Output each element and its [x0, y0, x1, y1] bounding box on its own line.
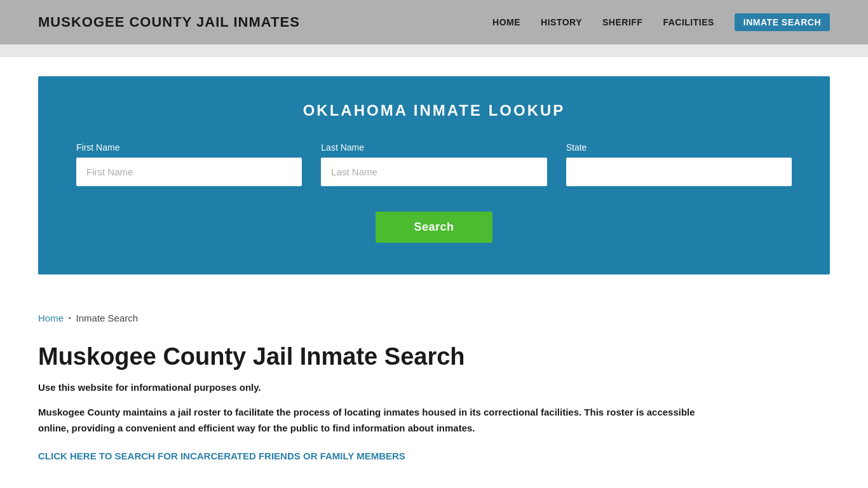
- nav-sheriff[interactable]: SHERIFF: [602, 17, 642, 27]
- state-label: State: [566, 142, 792, 152]
- cta-search-link[interactable]: CLICK HERE to Search for Incarcerated Fr…: [38, 451, 405, 461]
- form-fields-row: First Name Last Name State Oklahoma: [76, 142, 792, 186]
- search-button[interactable]: Search: [376, 212, 492, 243]
- last-name-group: Last Name: [321, 142, 546, 186]
- nav-facilities[interactable]: FACILITIES: [663, 17, 714, 27]
- state-group: State Oklahoma: [566, 142, 792, 186]
- disclaimer-text: Use this website for informational purpo…: [38, 382, 830, 393]
- main-nav: HOME HISTORY SHERIFF FACILITIES INMATE S…: [492, 13, 830, 31]
- lookup-panel-title: OKLAHOMA INMATE LOOKUP: [76, 102, 792, 119]
- first-name-label: First Name: [76, 142, 302, 152]
- last-name-label: Last Name: [321, 142, 546, 152]
- nav-inmate-search[interactable]: INMATE SEARCH: [735, 13, 830, 31]
- site-header: MUSKOGEE COUNTY JAIL INMATES HOME HISTOR…: [0, 0, 868, 44]
- page-title: Muskogee County Jail Inmate Search: [38, 342, 830, 372]
- breadcrumb: Home • Inmate Search: [0, 294, 868, 330]
- site-title: MUSKOGEE COUNTY JAIL INMATES: [38, 14, 300, 30]
- search-btn-row: Search: [76, 212, 792, 243]
- last-name-input[interactable]: [321, 158, 546, 186]
- first-name-input[interactable]: [76, 158, 302, 186]
- nav-history[interactable]: HISTORY: [541, 17, 582, 27]
- state-input[interactable]: Oklahoma: [566, 158, 792, 186]
- breadcrumb-current: Inmate Search: [76, 313, 139, 323]
- inmate-lookup-panel: OKLAHOMA INMATE LOOKUP First Name Last N…: [38, 76, 830, 274]
- description-text: Muskogee County maintains a jail roster …: [38, 404, 705, 437]
- first-name-group: First Name: [76, 142, 302, 186]
- nav-home[interactable]: HOME: [492, 17, 520, 27]
- main-content: Muskogee County Jail Inmate Search Use t…: [0, 330, 868, 487]
- breadcrumb-separator: •: [69, 315, 71, 322]
- sub-header-bar: [0, 44, 868, 57]
- breadcrumb-home-link[interactable]: Home: [38, 313, 64, 323]
- search-form: First Name Last Name State Oklahoma Sear…: [76, 142, 792, 243]
